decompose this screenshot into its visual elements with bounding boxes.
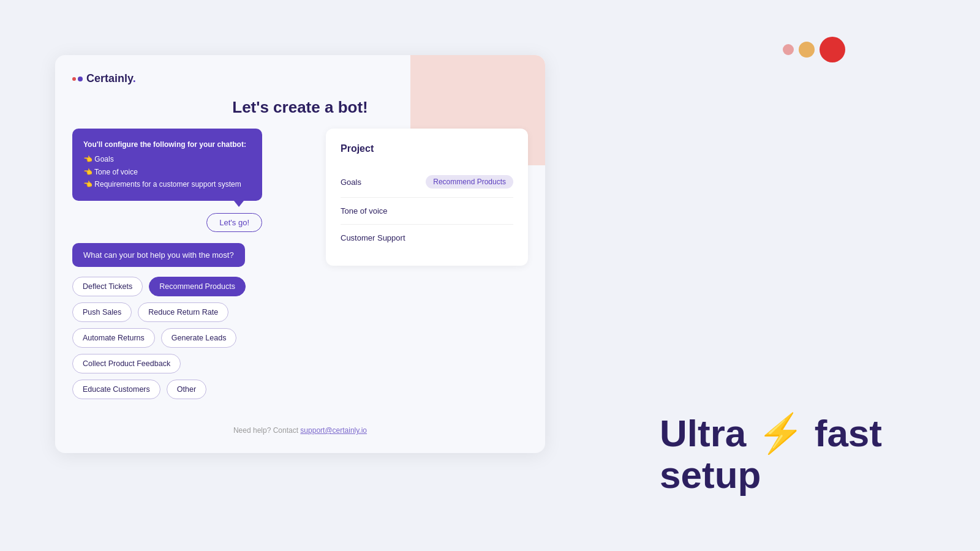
circle-medium (799, 42, 815, 58)
project-label-tone: Tone of voice (341, 206, 388, 216)
project-title: Project (341, 143, 513, 154)
option-other[interactable]: Other (167, 380, 206, 399)
project-panel: Project Goals Recommend Products Tone of… (326, 129, 528, 266)
circle-large (820, 37, 845, 62)
logo-text: Certainly. (86, 72, 136, 85)
options-grid: Deflect Tickets Recommend Products Push … (72, 277, 262, 399)
info-box: You'll configure the following for your … (72, 129, 262, 201)
project-row-tone: Tone of voice (341, 198, 513, 225)
lets-go-button[interactable]: Let's go! (206, 213, 262, 232)
logo-dots (72, 77, 83, 81)
tagline: Ultra ⚡ fast setup (660, 413, 882, 496)
project-row-goals: Goals Recommend Products (341, 167, 513, 198)
support-link[interactable]: support@certainly.io (300, 426, 367, 435)
page-title: Let's create a bot! (55, 98, 545, 117)
info-box-item2: 👈 Tone of voice (83, 166, 251, 178)
bolt-icon: ⚡ (757, 412, 804, 454)
project-value-goals: Recommend Products (426, 175, 513, 189)
option-push-sales[interactable]: Push Sales (72, 302, 132, 322)
support-text: Need help? Contact support@certainly.io (55, 426, 545, 435)
option-generate-leads[interactable]: Generate Leads (161, 328, 237, 348)
logo: Certainly. (72, 72, 136, 85)
decorative-circles (783, 37, 845, 62)
option-reduce-return-rate[interactable]: Reduce Return Rate (138, 302, 228, 322)
logo-dot-pink (72, 77, 76, 81)
option-automate-returns[interactable]: Automate Returns (72, 328, 155, 348)
circle-small (783, 44, 794, 55)
tagline-line1: Ultra ⚡ fast (660, 413, 882, 454)
option-collect-product-feedback[interactable]: Collect Product Feedback (72, 354, 181, 373)
project-label-goals: Goals (341, 178, 361, 187)
project-label-support: Customer Support (341, 233, 405, 242)
app-window: Certainly. Let's create a bot! You'll co… (55, 55, 545, 453)
info-box-intro: You'll configure the following for your … (83, 138, 251, 151)
option-deflect-tickets[interactable]: Deflect Tickets (72, 277, 143, 296)
option-recommend-products[interactable]: Recommend Products (149, 277, 246, 296)
project-row-support: Customer Support (341, 225, 513, 251)
info-box-item3: 👈 Requirements for a customer support sy… (83, 178, 251, 190)
question-box: What can your bot help you with the most… (72, 243, 245, 267)
tagline-line2: setup (660, 454, 882, 496)
logo-dot-purple (78, 77, 83, 81)
option-educate-customers[interactable]: Educate Customers (72, 380, 160, 399)
info-box-item1: 👈 Goals (83, 153, 251, 165)
left-panel: You'll configure the following for your … (72, 129, 262, 399)
